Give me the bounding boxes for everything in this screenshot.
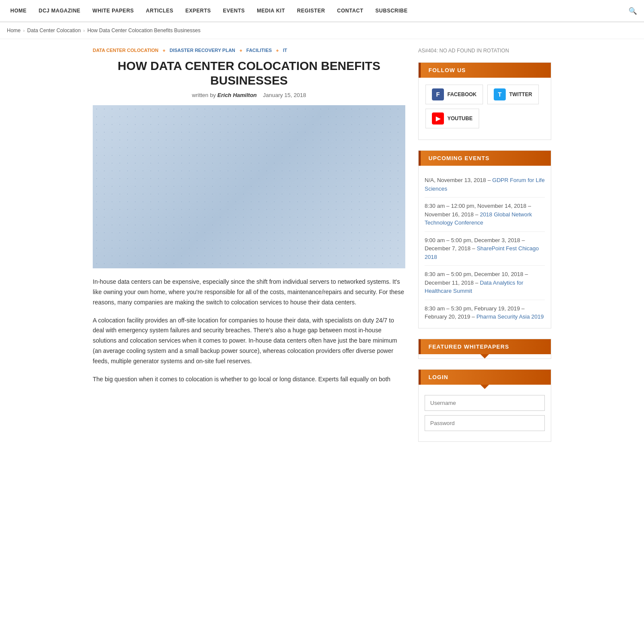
social-buttons: f FACEBOOK t TWITTER [425,85,544,104]
nav-media-kit[interactable]: MEDIA KIT [251,0,291,21]
twitter-label: TWITTER [509,91,532,97]
password-input[interactable] [425,415,545,431]
featured-whitepapers-header: FEATURED WHITEPAPERS [419,339,551,354]
article-title: HOW DATA CENTER COLOCATION BENEFITS BUSI… [93,59,405,88]
article-meta: written by Erich Hamilton January 15, 20… [93,92,405,98]
nav-dcj-magazine[interactable]: DCJ MAGAZINE [33,0,86,21]
login-section: LOGIN [418,369,551,442]
nav-register[interactable]: REGISTER [291,0,331,21]
article-body: In-house data centers can be expensive, … [93,277,405,384]
event-item-1: 8:30 am – 12:00 pm, November 14, 2018 – … [425,197,545,232]
youtube-button[interactable]: ▶ YOUTUBE [425,109,479,128]
username-input[interactable] [425,395,545,411]
breadcrumb-parent[interactable]: Data Center Colocation [27,27,81,33]
event-item-4: 8:30 am – 5:30 pm, February 19, 2019 – F… [425,300,545,325]
cat-sep-2: ◆ [240,49,242,52]
breadcrumb: Home › Data Center Colocation › How Data… [0,22,644,39]
article-area: DATA CENTER COLOCATION ◆ DISASTER RECOVE… [93,48,405,452]
breadcrumb-sep-2: › [83,28,85,33]
follow-us-section: FOLLOW US f FACEBOOK t TWITTER ▶ YOUTUB [418,62,551,140]
main-nav: HOME DCJ MAGAZINE WHITE PAPERS ARTICLES … [0,0,644,22]
event-item-0: N/A, November 13, 2018 – GDPR Forum for … [425,172,545,197]
event-item-3: 8:30 am – 5:00 pm, December 10, 2018 – D… [425,266,545,300]
sidebar-ad: AS#404: NO AD FOUND IN ROTATION [418,48,551,54]
article-image [93,105,405,268]
breadcrumb-sep-1: › [23,28,24,33]
upcoming-events-section: UPCOMING EVENTS N/A, November 13, 2018 –… [418,150,551,328]
image-pattern [93,105,405,268]
facebook-label: FACEBOOK [447,91,477,97]
article-paragraph-2: The big question when it comes to coloca… [93,374,405,385]
events-list: N/A, November 13, 2018 – GDPR Forum for … [419,166,551,328]
category-tag-3[interactable]: IT [283,48,287,53]
nav-articles[interactable]: ARTICLES [140,0,179,21]
breadcrumb-current: How Data Center Colocation Benefits Busi… [87,27,200,33]
cat-sep-1: ◆ [163,49,165,52]
category-tag-0[interactable]: DATA CENTER COLOCATION [93,48,158,53]
article-paragraph-0: In-house data centers can be expensive, … [93,277,405,307]
event-item-2: 9:00 am – 5:00 pm, December 3, 2018 – De… [425,232,545,266]
youtube-icon: ▶ [432,112,444,125]
nav-events[interactable]: EVENTS [217,0,251,21]
social-buttons-row2: ▶ YOUTUBE [425,109,544,128]
login-triangle [480,385,489,389]
article-paragraph-1: A colocation facility provides an off-si… [93,316,405,367]
article-meta-prefix: written by [192,92,216,98]
cat-sep-3: ◆ [276,49,279,52]
nav-contact[interactable]: CONTACT [331,0,369,21]
article-date: January 15, 2018 [263,92,306,98]
sidebar: AS#404: NO AD FOUND IN ROTATION FOLLOW U… [418,48,551,452]
search-icon[interactable]: 🔍 [626,4,640,18]
nav-white-papers[interactable]: WHITE PAPERS [86,0,140,21]
youtube-label: YOUTUBE [447,115,473,122]
nav-home[interactable]: HOME [4,0,33,21]
facebook-button[interactable]: f FACEBOOK [425,85,483,104]
category-tag-2[interactable]: FACILITIES [246,48,272,53]
breadcrumb-home[interactable]: Home [7,27,21,33]
twitter-icon: t [494,88,506,100]
nav-subscribe[interactable]: SUBSCRIBE [369,0,413,21]
twitter-button[interactable]: t TWITTER [487,85,539,104]
follow-us-header: FOLLOW US [419,63,551,78]
category-tags: DATA CENTER COLOCATION ◆ DISASTER RECOVE… [93,48,405,53]
featured-whitepapers-section: FEATURED WHITEPAPERS [418,339,551,359]
whitepapers-triangle [480,354,489,358]
follow-us-content: f FACEBOOK t TWITTER ▶ YOUTUBE [419,78,551,140]
event-link-4[interactable]: Pharma Security Asia 2019 [477,313,544,320]
login-form [419,389,551,441]
login-header: LOGIN [419,370,551,385]
nav-experts[interactable]: EXPERTS [179,0,217,21]
facebook-icon: f [432,88,444,100]
upcoming-events-header: UPCOMING EVENTS [419,151,551,166]
article-author[interactable]: Erich Hamilton [217,92,257,98]
category-tag-1[interactable]: DISASTER RECOVERY PLAN [170,48,235,53]
event-time-0: N/A, November 13, 2018 – [425,177,491,183]
